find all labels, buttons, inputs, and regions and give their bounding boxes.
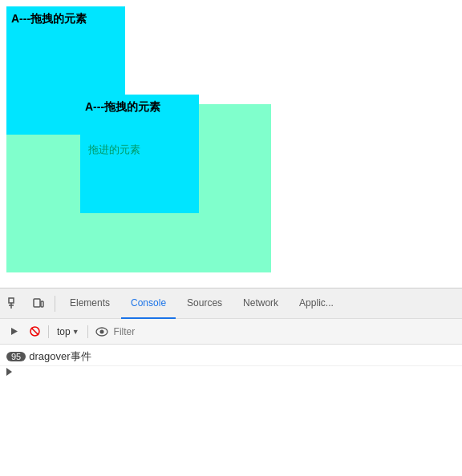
console-toolbar: top ▼ (0, 319, 462, 345)
device-icon-btn[interactable] (27, 292, 50, 315)
eye-icon[interactable] (93, 323, 111, 341)
log-badge: 95 (6, 352, 26, 361)
tab-network[interactable]: Network (233, 288, 288, 319)
filter-input[interactable] (114, 323, 457, 341)
element-a-drag-label: A---拖拽的元素 (85, 99, 160, 114)
tab-elements[interactable]: Elements (60, 288, 120, 319)
tab-console[interactable]: Console (121, 288, 176, 319)
device-icon (32, 297, 45, 310)
console-separator-1 (48, 325, 49, 338)
console-log-row: 95 dragover事件 (0, 348, 462, 366)
chevron-right-icon (6, 368, 12, 376)
tab-separator-1 (55, 296, 55, 312)
svg-point-9 (99, 329, 103, 333)
svg-rect-4 (41, 301, 43, 307)
tab-sources[interactable]: Sources (177, 288, 232, 319)
play-btn[interactable] (5, 323, 22, 341)
play-icon (9, 326, 19, 337)
inspect-icon-btn[interactable] (3, 292, 26, 315)
svg-rect-3 (34, 299, 40, 307)
svg-rect-0 (9, 298, 14, 303)
devtools-tabbar: Elements Console Sources Network Applic.… (0, 288, 462, 319)
main-canvas: B---A被拖进的元素 A---拖拽的元素 A---拖拽的元素 拖进的元素 (0, 0, 462, 288)
stop-icon (30, 326, 40, 337)
inspect-icon (8, 297, 21, 310)
element-a-label: A---拖拽的元素 (11, 11, 87, 26)
drag-hint-text: 拖进的元素 (88, 143, 140, 157)
console-expand-row[interactable] (0, 366, 462, 377)
eye-svg (95, 327, 108, 337)
log-text: dragover事件 (29, 349, 91, 364)
console-content: 95 dragover事件 (0, 345, 462, 476)
dropdown-icon: ▼ (72, 328, 79, 336)
console-separator-2 (87, 325, 88, 338)
devtools-panel: Elements Console Sources Network Applic.… (0, 288, 462, 476)
top-label: top (57, 326, 71, 337)
stop-btn[interactable] (26, 323, 43, 341)
top-selector[interactable]: top ▼ (54, 323, 83, 341)
svg-marker-5 (11, 328, 18, 335)
tab-application[interactable]: Applic... (290, 288, 343, 319)
svg-line-7 (31, 328, 38, 335)
